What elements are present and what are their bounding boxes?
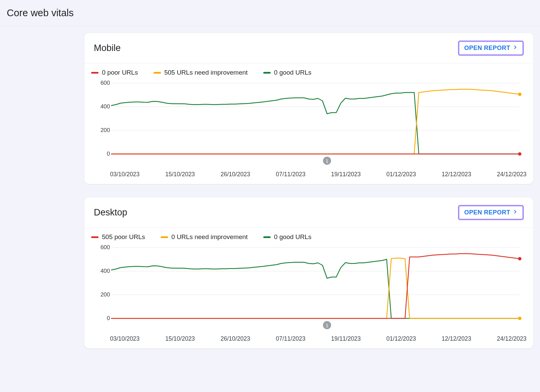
xtick-label: 19/11/2023	[331, 171, 361, 178]
xtick-label: 12/12/2023	[442, 335, 471, 342]
annotation-marker[interactable]: 1	[323, 321, 331, 329]
open-report-button-mobile[interactable]: OPEN REPORT	[458, 41, 524, 56]
legend-needs: 505 URLs need improvement	[154, 69, 248, 76]
xtick-label: 19/11/2023	[331, 335, 361, 342]
annotation-marker[interactable]: 1	[323, 157, 331, 165]
page-title: Core web vitals	[0, 0, 540, 26]
legend-good-label: 0 good URLs	[274, 233, 312, 241]
legend-poor-label: 0 poor URLs	[102, 69, 138, 76]
legend-poor: 505 poor URLs	[91, 233, 145, 241]
svg-point-5	[518, 152, 521, 156]
svg-point-4	[518, 93, 521, 96]
legend-poor: 0 poor URLs	[91, 69, 138, 76]
panel-mobile-legend: 0 poor URLs 505 URLs need improvement 0 …	[84, 63, 533, 78]
ytick-label: 200	[93, 291, 110, 298]
panel-desktop-xticks: 03/10/202315/10/202326/10/202307/11/2023…	[84, 332, 533, 342]
panel-desktop-header: Desktop OPEN REPORT	[84, 198, 533, 228]
xtick-label: 01/12/2023	[386, 335, 416, 342]
xtick-label: 01/12/2023	[386, 171, 416, 178]
swatch-needs	[154, 72, 161, 74]
xtick-label: 15/10/2023	[165, 171, 195, 178]
ytick-label: 0	[93, 151, 110, 157]
legend-good: 0 good URLs	[263, 69, 312, 76]
panel-mobile: Mobile OPEN REPORT 0 poor URLs 505 URLs …	[84, 33, 533, 184]
panel-desktop: Desktop OPEN REPORT 505 poor URLs 0 URLs…	[84, 198, 533, 348]
panel-desktop-chart: 02004006001	[91, 244, 526, 332]
open-report-label: OPEN REPORT	[464, 209, 510, 216]
swatch-poor	[91, 236, 99, 238]
chevron-right-icon	[512, 45, 518, 52]
swatch-poor	[91, 72, 99, 74]
panel-desktop-title: Desktop	[94, 207, 127, 218]
legend-needs-label: 0 URLs need improvement	[171, 233, 248, 241]
chevron-right-icon	[512, 209, 518, 216]
panel-desktop-legend: 505 poor URLs 0 URLs need improvement 0 …	[84, 228, 533, 242]
ytick-label: 400	[93, 268, 110, 275]
xtick-label: 24/12/2023	[497, 335, 526, 342]
legend-good: 0 good URLs	[263, 233, 312, 241]
xtick-label: 03/10/2023	[110, 171, 140, 178]
panel-mobile-xticks: 03/10/202315/10/202326/10/202307/11/2023…	[84, 167, 533, 178]
xtick-label: 12/12/2023	[442, 171, 471, 178]
legend-good-label: 0 good URLs	[274, 69, 312, 76]
legend-needs: 0 URLs need improvement	[161, 233, 248, 241]
xtick-label: 03/10/2023	[110, 335, 140, 342]
legend-needs-label: 505 URLs need improvement	[164, 69, 248, 76]
xtick-label: 26/10/2023	[221, 335, 250, 342]
svg-point-10	[518, 317, 521, 320]
swatch-good	[263, 72, 271, 74]
panel-mobile-chart: 02004006001	[91, 80, 526, 167]
swatch-good	[263, 236, 271, 238]
xtick-label: 26/10/2023	[221, 171, 250, 178]
ytick-label: 400	[93, 103, 110, 110]
xtick-label: 15/10/2023	[165, 335, 195, 342]
swatch-needs	[161, 236, 168, 238]
panels-container: Mobile OPEN REPORT 0 poor URLs 505 URLs …	[0, 26, 540, 369]
ytick-label: 0	[93, 315, 110, 322]
ytick-label: 600	[93, 80, 110, 86]
legend-poor-label: 505 poor URLs	[102, 233, 145, 241]
xtick-label: 24/12/2023	[497, 171, 526, 178]
ytick-label: 600	[93, 244, 110, 251]
panel-mobile-title: Mobile	[94, 43, 121, 53]
open-report-button-desktop[interactable]: OPEN REPORT	[458, 205, 524, 220]
ytick-label: 200	[93, 127, 110, 134]
svg-point-11	[518, 257, 521, 260]
panel-mobile-header: Mobile OPEN REPORT	[84, 33, 533, 63]
xtick-label: 07/11/2023	[276, 171, 305, 178]
open-report-label: OPEN REPORT	[464, 45, 510, 52]
xtick-label: 07/11/2023	[276, 335, 305, 342]
